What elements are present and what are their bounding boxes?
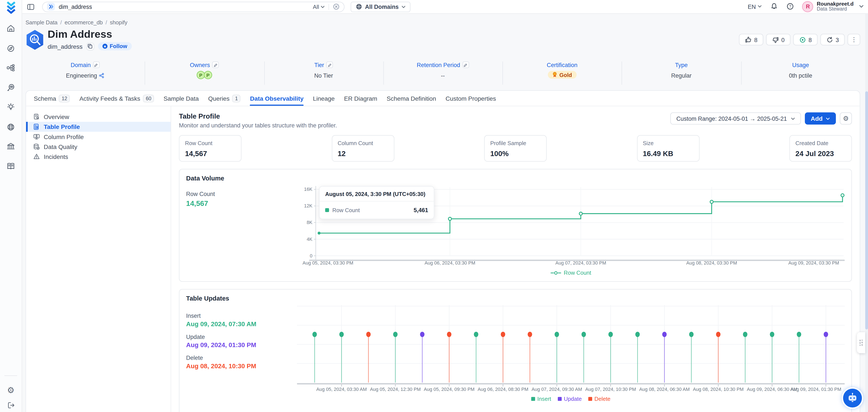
tab-lineage[interactable]: Lineage bbox=[313, 91, 335, 106]
legend-insert[interactable]: Insert bbox=[531, 396, 551, 402]
tab-sample-data[interactable]: Sample Data bbox=[163, 91, 199, 106]
more-options-kebab-icon[interactable]: ⋮ bbox=[847, 34, 860, 45]
certification-badge: Gold bbox=[548, 71, 577, 79]
notifications-bell-icon[interactable] bbox=[771, 3, 778, 10]
thumbs-up-icon bbox=[745, 36, 751, 43]
tab-activity-feeds[interactable]: Activity Feeds & Tasks60 bbox=[80, 91, 154, 106]
meta-domain: Domain Engineering bbox=[26, 60, 145, 85]
explore-compass-icon[interactable] bbox=[0, 38, 22, 58]
table-profile-main: Table Profile Monitor and understand you… bbox=[171, 106, 860, 412]
breadcrumb-database[interactable]: ecommerce_db bbox=[64, 20, 103, 26]
chart-tooltip: August 05, 2024, 3:30 PM (UTC+05:30) Row… bbox=[319, 186, 434, 219]
card-row-count: Row Count14,567 bbox=[179, 135, 241, 162]
overview-icon bbox=[33, 114, 40, 120]
profiler-subnav: Overview Table Profile Column Profile Da… bbox=[26, 106, 171, 412]
profiler-settings-gear-icon[interactable]: ⚙ bbox=[840, 112, 852, 124]
user-menu[interactable]: Rounakpreet.d Data Steward bbox=[817, 1, 854, 12]
update-timestamp: Aug 09, 2024, 01:30 PM bbox=[186, 342, 297, 348]
insert-timestamp: Aug 09, 2024, 07:30 AM bbox=[186, 321, 297, 327]
user-menu-chevron-icon[interactable] bbox=[859, 5, 864, 8]
search-clear-icon[interactable] bbox=[333, 3, 340, 10]
scrollbar bbox=[865, 14, 868, 412]
panel-resize-handle[interactable] bbox=[857, 332, 865, 353]
home-icon[interactable] bbox=[0, 19, 22, 38]
observability-icon[interactable] bbox=[0, 78, 22, 97]
date-range-dropdown[interactable]: Custom Range: 2024-05-01 → 2025-05-21 bbox=[670, 112, 801, 124]
app-logo[interactable] bbox=[4, 1, 20, 14]
tab-schema[interactable]: Schema12 bbox=[34, 91, 70, 106]
logout-icon[interactable] bbox=[0, 401, 22, 409]
tab-data-observability[interactable]: Data Observability bbox=[250, 91, 304, 106]
tab-er-diagram[interactable]: ER Diagram bbox=[344, 91, 377, 106]
row-count-legend[interactable]: Row Count bbox=[297, 270, 845, 276]
tab-queries[interactable]: Queries1 bbox=[208, 91, 241, 106]
legend-delete[interactable]: Delete bbox=[588, 396, 611, 402]
edit-owners-icon[interactable] bbox=[212, 61, 219, 68]
svg-text:Aug 09, 2024, 06:30 AM: Aug 09, 2024, 06:30 AM bbox=[747, 386, 797, 392]
follow-button[interactable]: ★ Follow bbox=[98, 42, 131, 51]
insights-bulb-icon[interactable] bbox=[0, 97, 22, 117]
subnav-data-quality[interactable]: Data Quality bbox=[26, 141, 170, 152]
all-domains-button[interactable]: All Domains bbox=[351, 1, 410, 12]
tab-custom-properties[interactable]: Custom Properties bbox=[445, 91, 496, 106]
sidebar-toggle-icon[interactable] bbox=[27, 3, 34, 10]
search-input[interactable] bbox=[59, 3, 313, 10]
svg-text:Aug 07, 2024, 03:30 PM: Aug 07, 2024, 03:30 PM bbox=[555, 260, 606, 265]
assistant-chat-button[interactable] bbox=[843, 388, 862, 407]
health-button[interactable]: 8 bbox=[793, 34, 817, 45]
chevron-down-icon bbox=[826, 117, 830, 120]
help-icon[interactable]: ? bbox=[787, 3, 794, 10]
subnav-incidents[interactable]: Incidents bbox=[26, 152, 170, 162]
add-button[interactable]: Add bbox=[805, 112, 836, 124]
settings-gear-icon[interactable]: ⚙ bbox=[0, 386, 22, 394]
data-quality-icon bbox=[33, 144, 40, 150]
subnav-column-profile[interactable]: Column Profile bbox=[26, 132, 170, 141]
entity-name: dim_address bbox=[48, 43, 83, 50]
subnav-table-profile[interactable]: Table Profile bbox=[26, 122, 170, 132]
scrollbar-thumb[interactable] bbox=[865, 91, 868, 329]
svg-text:?: ? bbox=[789, 4, 792, 9]
svg-text:16K: 16K bbox=[304, 187, 313, 192]
domains-globe-icon[interactable] bbox=[0, 117, 22, 137]
topbar: All All Domains EN ? R Rounakpreet.d Dat… bbox=[22, 0, 868, 14]
svg-text:Aug 09, 2024, 03:30 PM: Aug 09, 2024, 03:30 PM bbox=[788, 260, 839, 265]
edit-retention-icon[interactable] bbox=[462, 61, 469, 68]
upvote-button[interactable]: 8 bbox=[739, 34, 764, 45]
svg-text:Aug 07, 2024, 09:30 AM: Aug 07, 2024, 09:30 AM bbox=[531, 386, 582, 392]
table-entity-icon bbox=[26, 29, 44, 51]
owner-avatar[interactable]: P bbox=[204, 71, 212, 80]
downvote-button[interactable]: 0 bbox=[766, 34, 790, 45]
global-search[interactable]: All bbox=[42, 1, 344, 12]
chevron-down-icon bbox=[791, 117, 795, 120]
globe-icon bbox=[356, 3, 362, 10]
search-scope-dropdown[interactable]: All bbox=[313, 4, 329, 10]
row-count-value: 14,567 bbox=[186, 199, 297, 208]
user-avatar[interactable]: R bbox=[802, 1, 813, 12]
delete-timestamp: Aug 08, 2024, 10:30 PM bbox=[186, 362, 297, 369]
governance-bank-icon[interactable] bbox=[0, 137, 22, 156]
legend-update[interactable]: Update bbox=[558, 396, 582, 402]
search-asset-icon bbox=[47, 3, 55, 10]
edit-tier-icon[interactable] bbox=[327, 61, 333, 68]
health-target-icon bbox=[799, 36, 806, 43]
tab-schema-definition[interactable]: Schema Definition bbox=[387, 91, 436, 106]
summary-cards: Row Count14,567 Column Count12 Profile S… bbox=[179, 135, 852, 162]
language-selector[interactable]: EN bbox=[748, 3, 762, 10]
glossary-book-icon[interactable] bbox=[0, 156, 22, 176]
edit-domain-icon[interactable] bbox=[93, 61, 100, 68]
breadcrumb-schema[interactable]: shopify bbox=[110, 20, 127, 26]
breadcrumb-sample-data[interactable]: Sample Data bbox=[26, 20, 57, 26]
subnav-overview[interactable]: Overview bbox=[26, 112, 170, 122]
incidents-icon bbox=[33, 153, 40, 160]
copy-icon[interactable] bbox=[87, 42, 94, 50]
data-assets-tree-icon[interactable] bbox=[0, 58, 22, 78]
page-content: Sample Data / ecommerce_db / shopify Dim… bbox=[22, 14, 868, 412]
svg-text:4K: 4K bbox=[307, 236, 313, 242]
entity-panel: Schema12 Activity Feeds & Tasks60 Sample… bbox=[26, 90, 860, 412]
meta-tier: Tier No Tier bbox=[264, 60, 383, 85]
versions-button[interactable]: 3 bbox=[820, 34, 845, 45]
card-column-count: Column Count12 bbox=[332, 135, 394, 162]
table-updates-chart[interactable]: Aug 05, 2024, 03:30 AMAug 05, 2024, 12:3… bbox=[297, 305, 845, 392]
svg-text:Aug 08, 2024, 10:30 PM: Aug 08, 2024, 10:30 PM bbox=[693, 386, 744, 392]
table-profile-icon bbox=[33, 124, 40, 130]
